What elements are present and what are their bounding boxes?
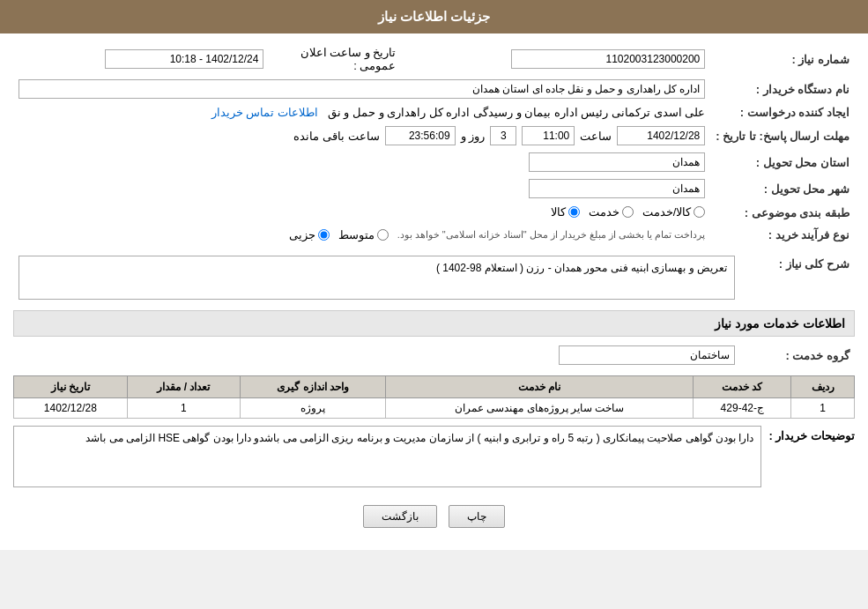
city-label: شهر محل تحویل : [710, 175, 855, 202]
radio-khedmat[interactable] [622, 206, 634, 218]
row-need-desc: شرح کلی نیاز : تعریض و بهسازی ابنیه فنی … [13, 252, 855, 303]
need-desc-value: تعریض و بهسازی ابنیه فنی محور همدان - رز… [436, 262, 727, 274]
org-name-value: اداره کل راهداری و حمل و نقل جاده ای است… [19, 79, 705, 99]
deadline-time-label: ساعت [580, 130, 612, 143]
services-header-row: ردیف کد خدمت نام خدمت واحد اندازه گیری ت… [14, 376, 855, 398]
radio-kala[interactable] [568, 206, 580, 218]
col-unit: واحد اندازه گیری [241, 376, 386, 398]
content-area: شماره نیاز : 1102003123000200 تاریخ و سا… [0, 33, 868, 550]
need-desc-table: شرح کلی نیاز : تعریض و بهسازی ابنیه فنی … [13, 252, 855, 303]
radio-item-kala: کالا [551, 205, 580, 219]
radio-motavasset[interactable] [377, 229, 389, 241]
purchase-note: پرداخت تمام یا بخشی از مبلغ خریدار از مح… [397, 229, 706, 241]
row-deadline: مهلت ارسال پاسخ: تا تاریخ : 1402/12/28 س… [13, 123, 855, 149]
cell-date: 1402/12/28 [14, 398, 128, 419]
cell-code: ج-42-429 [694, 398, 791, 419]
radio-kala-khedmat[interactable] [694, 206, 705, 218]
radio-kala-khedmat-label: کالا/خدمت [642, 205, 692, 219]
creator-label: ایجاد کننده درخواست : [710, 102, 855, 123]
purchase-type-radio-group: پرداخت تمام یا بخشی از مبلغ خریدار از مح… [289, 228, 706, 241]
radio-jozi-label: جزیی [289, 228, 315, 241]
page-header: جزئیات اطلاعات نیاز [0, 0, 868, 33]
row-purchase-type: نوع فرآیند خرید : پرداخت تمام یا بخشی از… [13, 224, 855, 245]
service-group-value: ساختمان [559, 345, 735, 365]
deadline-days: 3 [490, 126, 516, 145]
main-form-table: شماره نیاز : 1102003123000200 تاریخ و سا… [13, 42, 855, 245]
col-quantity: تعداد / مقدار [127, 376, 241, 398]
cell-row: 1 [791, 398, 855, 419]
remarks-box: دارا بودن گواهی صلاحیت پیمانکاری ( رتبه … [13, 426, 761, 487]
col-name: نام خدمت [385, 376, 693, 398]
province-value: همدان [529, 152, 705, 172]
page-container: جزئیات اطلاعات نیاز شماره نیاز : 1102003… [0, 0, 868, 550]
radio-kala-label: کالا [551, 205, 566, 219]
announce-date-label: تاریخ و ساعت اعلان عمومی : [269, 42, 401, 76]
service-group-table: گروه خدمت : ساختمان [13, 342, 855, 368]
deadline-remaining: 23:56:09 [385, 126, 456, 145]
deadline-date: 1402/12/28 [617, 126, 705, 145]
row-creator: ایجاد کننده درخواست : علی اسدی ترکمانی ر… [13, 102, 855, 123]
creator-link[interactable]: اطلاعات تماس خریدار [211, 106, 318, 119]
services-section-title: اطلاعات خدمات مورد نیاز [13, 310, 855, 337]
need-number-value: 1102003123000200 [511, 49, 705, 69]
category-label: طبقه بندی موضوعی : [710, 202, 855, 224]
creator-value: علی اسدی ترکمانی رئیس اداره بیمان و رسید… [328, 106, 706, 119]
services-table-header: ردیف کد خدمت نام خدمت واحد اندازه گیری ت… [14, 376, 855, 398]
need-number-label: شماره نیاز : [710, 42, 855, 76]
city-value: همدان [529, 179, 705, 198]
page-title: جزئیات اطلاعات نیاز [378, 9, 490, 24]
button-row: چاپ بازگشت [13, 496, 855, 541]
cell-unit: پروژه [241, 398, 386, 419]
deadline-remaining-label: ساعت باقی مانده [293, 130, 379, 143]
radio-motavasset-label: متوسط [338, 228, 375, 241]
radio-item-kala-khedmat: کالا/خدمت [642, 205, 706, 219]
radio-khedmat-label: خدمت [589, 205, 619, 219]
row-category: طبقه بندی موضوعی : کالا/خدمت خدمت [13, 202, 855, 224]
need-desc-box: تعریض و بهسازی ابنیه فنی محور همدان - رز… [19, 256, 735, 300]
remarks-label: توضیحات خریدار : [768, 426, 855, 442]
deadline-label: مهلت ارسال پاسخ: تا تاریخ : [710, 123, 855, 149]
col-code: کد خدمت [694, 376, 791, 398]
deadline-row: 1402/12/28 ساعت 11:00 3 روز و 23:56:09 س… [19, 126, 705, 145]
row-service-group: گروه خدمت : ساختمان [13, 342, 855, 368]
row-org-name: نام دستگاه خریدار : اداره کل راهداری و ح… [13, 76, 855, 102]
back-button[interactable]: بازگشت [363, 505, 437, 528]
print-button[interactable]: چاپ [449, 505, 505, 528]
services-data-table: ردیف کد خدمت نام خدمت واحد اندازه گیری ت… [13, 375, 855, 419]
services-table-body: 1 ج-42-429 ساخت سایر پروژه‌های مهندسی عم… [14, 398, 855, 419]
announce-date-value: 1402/12/24 - 10:18 [105, 49, 263, 69]
radio-item-khedmat: خدمت [589, 205, 634, 219]
need-desc-label: شرح کلی نیاز : [740, 252, 855, 303]
org-name-label: نام دستگاه خریدار : [710, 76, 855, 102]
row-city: شهر محل تحویل : همدان [13, 175, 855, 202]
service-group-label: گروه خدمت : [740, 342, 855, 368]
col-row: ردیف [791, 376, 855, 398]
province-label: استان محل تحویل : [710, 149, 855, 175]
purchase-type-label: نوع فرآیند خرید : [710, 224, 855, 245]
remarks-value: دارا بودن گواهی صلاحیت پیمانکاری ( رتبه … [85, 432, 753, 444]
radio-item-jozi: جزیی [289, 228, 330, 241]
cell-quantity: 1 [127, 398, 241, 419]
col-date: تاریخ نیاز [14, 376, 128, 398]
category-radio-group: کالا/خدمت خدمت کالا [551, 205, 706, 219]
row-need-number: شماره نیاز : 1102003123000200 تاریخ و سا… [13, 42, 855, 76]
table-row: 1 ج-42-429 ساخت سایر پروژه‌های مهندسی عم… [14, 398, 855, 419]
radio-jozi[interactable] [318, 229, 330, 241]
radio-item-motavasset: متوسط [338, 228, 389, 241]
cell-name: ساخت سایر پروژه‌های مهندسی عمران [385, 398, 693, 419]
deadline-time: 11:00 [522, 126, 575, 145]
deadline-days-label: روز و [461, 130, 486, 143]
remarks-section: توضیحات خریدار : دارا بودن گواهی صلاحیت … [13, 426, 855, 487]
row-province: استان محل تحویل : همدان [13, 149, 855, 175]
